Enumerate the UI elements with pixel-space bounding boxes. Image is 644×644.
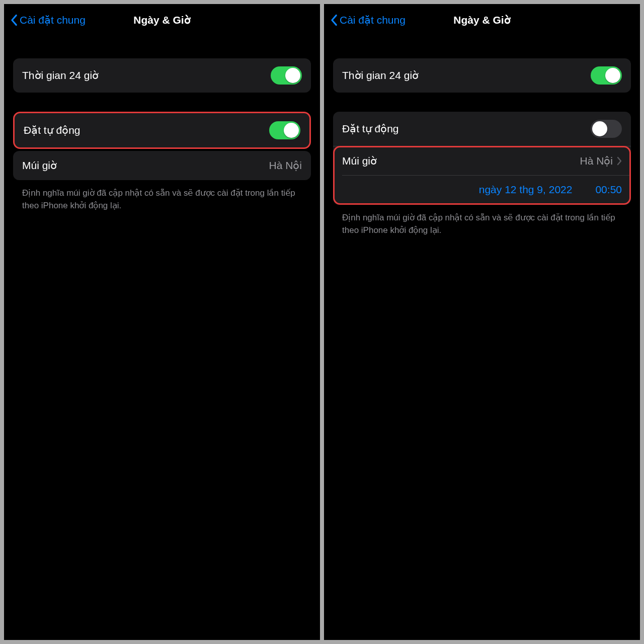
- toggle-24h[interactable]: [271, 66, 302, 85]
- row-label: Thời gian 24 giờ: [342, 69, 419, 82]
- group-24h: Thời gian 24 giờ: [333, 58, 631, 93]
- group-auto-tz: Đặt tự động Múi giờ Hà Nội ngày 12 thg 9…: [333, 112, 631, 205]
- page-title: Ngày & Giờ: [133, 14, 190, 26]
- row-label: Đặt tự động: [24, 124, 80, 136]
- row-label: Múi giờ: [22, 159, 57, 172]
- highlighted-cluster: Múi giờ Hà Nội ngày 12 thg 9, 2022 00:50: [333, 146, 631, 205]
- row-label: Đặt tự động: [342, 123, 399, 135]
- timezone-value: Hà Nội: [580, 155, 613, 167]
- toggle-set-automatically[interactable]: [269, 121, 300, 139]
- chevron-left-icon: [330, 14, 338, 26]
- row-set-automatically[interactable]: Đặt tự động: [15, 113, 309, 147]
- content: Thời gian 24 giờ Đặt tự động Múi giờ Hà …: [4, 37, 320, 212]
- back-label: Cài đặt chung: [20, 14, 86, 26]
- navbar: Cài đặt chung Ngày & Giờ: [4, 4, 320, 37]
- row-timezone: Múi giờ Hà Nội: [13, 151, 311, 180]
- toggle-set-automatically[interactable]: [591, 120, 622, 138]
- group-24h: Thời gian 24 giờ: [13, 58, 311, 93]
- phone-screen-left: Cài đặt chung Ngày & Giờ Thời gian 24 gi…: [4, 4, 320, 640]
- chevron-right-icon: [617, 156, 622, 166]
- row-24h-time[interactable]: Thời gian 24 giờ: [13, 58, 311, 93]
- chevron-left-icon: [10, 14, 18, 26]
- row-timezone[interactable]: Múi giờ Hà Nội: [333, 146, 631, 175]
- phone-screen-right: Cài đặt chung Ngày & Giờ Thời gian 24 gi…: [324, 4, 640, 640]
- footer-note: Định nghĩa múi giờ đã cập nhật có sẵn và…: [13, 180, 311, 212]
- back-button[interactable]: Cài đặt chung: [10, 14, 86, 26]
- toggle-24h[interactable]: [591, 66, 622, 85]
- date-picker[interactable]: ngày 12 thg 9, 2022: [479, 184, 573, 196]
- content: Thời gian 24 giờ Đặt tự động Múi giờ Hà …: [324, 37, 640, 236]
- row-datetime[interactable]: ngày 12 thg 9, 2022 00:50: [342, 175, 631, 205]
- row-set-automatically[interactable]: Đặt tự động: [333, 112, 631, 146]
- row-value: Hà Nội: [269, 159, 302, 172]
- back-button[interactable]: Cài đặt chung: [330, 14, 406, 26]
- row-24h-time[interactable]: Thời gian 24 giờ: [333, 58, 631, 93]
- group-auto-highlighted: Đặt tự động: [13, 112, 311, 149]
- page-title: Ngày & Giờ: [453, 14, 510, 26]
- row-label: Múi giờ: [342, 155, 377, 167]
- footer-note: Định nghĩa múi giờ đã cập nhật có sẵn và…: [333, 205, 631, 236]
- navbar: Cài đặt chung Ngày & Giờ: [324, 4, 640, 37]
- group-timezone: Múi giờ Hà Nội: [13, 151, 311, 180]
- time-picker[interactable]: 00:50: [595, 184, 622, 196]
- row-label: Thời gian 24 giờ: [22, 69, 99, 82]
- row-value: Hà Nội: [580, 155, 622, 167]
- back-label: Cài đặt chung: [340, 14, 406, 26]
